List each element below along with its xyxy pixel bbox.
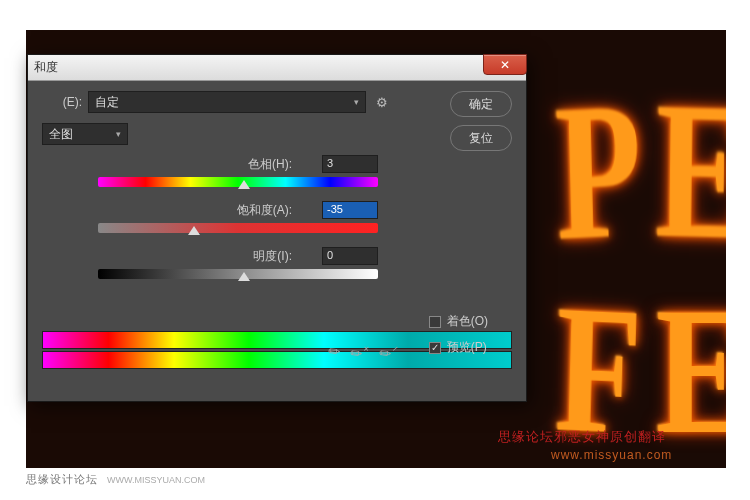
lightness-thumb[interactable] — [238, 272, 250, 281]
dialog-title: 和度 — [34, 59, 58, 76]
hue-slider-row: 色相(H): 3 — [98, 155, 378, 187]
preview-checkbox[interactable]: ✓ — [429, 342, 441, 354]
saturation-slider-row: 饱和度(A): -35 — [98, 201, 378, 233]
preset-label: (E): — [42, 95, 82, 109]
preset-value: 自定 — [95, 94, 119, 111]
colorize-label: 着色(O) — [447, 313, 488, 330]
eyedropper-tools: ✎ ✎₊ ✎₋ — [328, 343, 398, 359]
dialog-titlebar[interactable]: 和度 ✕ — [28, 55, 526, 81]
lightness-slider-row: 明度(I): 0 — [98, 247, 378, 279]
credit-url: www.missyuan.com — [551, 448, 672, 462]
channel-value: 全图 — [49, 126, 73, 143]
preview-label: 预览(P) — [447, 339, 487, 356]
saturation-input[interactable]: -35 — [322, 201, 378, 219]
saturation-track[interactable] — [98, 223, 378, 233]
credit-text: 思缘论坛邪恶女神原创翻译 — [498, 428, 666, 446]
gear-icon[interactable]: ⚙ — [376, 95, 388, 110]
colorize-checkbox[interactable] — [429, 316, 441, 328]
hue-input[interactable]: 3 — [322, 155, 378, 173]
channel-select[interactable]: 全图 ▾ — [42, 123, 128, 145]
hue-label: 色相(H): — [98, 156, 322, 173]
saturation-label: 饱和度(A): — [98, 202, 322, 219]
reset-button[interactable]: 复位 — [450, 125, 512, 151]
footer-brand: 思缘设计论坛 — [26, 473, 98, 485]
fire-letter: E — [655, 57, 726, 285]
close-icon: ✕ — [500, 58, 510, 72]
close-button[interactable]: ✕ — [483, 54, 527, 75]
chevron-down-icon: ▾ — [116, 129, 121, 139]
chevron-down-icon: ▾ — [354, 97, 359, 107]
page-footer: 思缘设计论坛 WWW.MISSYUAN.COM — [26, 472, 205, 487]
hue-thumb[interactable] — [238, 180, 250, 189]
footer-url: WWW.MISSYUAN.COM — [107, 475, 205, 485]
preset-select[interactable]: 自定 ▾ — [88, 91, 366, 113]
eyedropper-icon[interactable]: ✎ — [324, 341, 343, 361]
ok-button[interactable]: 确定 — [450, 91, 512, 117]
hue-track[interactable] — [98, 177, 378, 187]
saturation-thumb[interactable] — [188, 226, 200, 235]
lightness-label: 明度(I): — [98, 248, 322, 265]
lightness-track[interactable] — [98, 269, 378, 279]
hue-saturation-dialog: 和度 ✕ (E): 自定 ▾ ⚙ 全图 ▾ 确定 复位 色相( — [27, 54, 527, 402]
fire-letter: P — [553, 56, 644, 285]
fire-letter: E — [656, 266, 726, 468]
lightness-input[interactable]: 0 — [322, 247, 378, 265]
